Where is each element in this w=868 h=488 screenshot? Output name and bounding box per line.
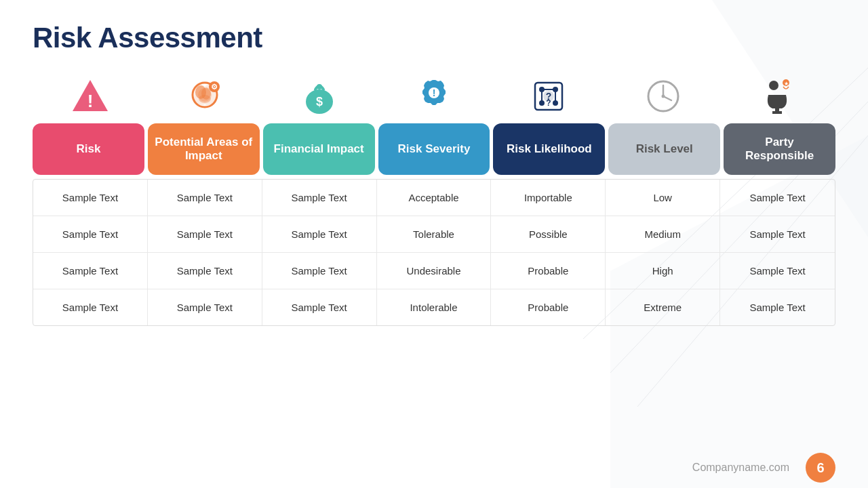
svg-text:⚙: ⚙	[211, 83, 218, 91]
warning-icon: !	[70, 76, 111, 117]
cell-financial-3: Sample Text	[262, 253, 377, 289]
header-party: Party Responsible	[724, 123, 835, 175]
cell-likelihood-1: Importable	[491, 180, 606, 216]
gear-exclaim-icon-cell: !	[376, 70, 491, 122]
brain-gear-icon-cell: ⚙ ⚙	[147, 70, 262, 122]
svg-text:★: ★	[784, 81, 789, 87]
money-bag-icon-cell: $	[262, 70, 376, 122]
cell-risk-3: Sample Text	[33, 253, 148, 289]
cell-likelihood-4: Probable	[491, 289, 606, 325]
page-number: 6	[806, 453, 835, 483]
cell-party-2: Sample Text	[720, 216, 835, 252]
cell-potential-2: Sample Text	[148, 216, 262, 252]
cell-likelihood-3: Probable	[491, 253, 606, 289]
warning-icon-cell: !	[33, 70, 147, 122]
data-grid: Sample Text Sample Text Sample Text Acce…	[33, 179, 835, 326]
svg-point-17	[317, 84, 322, 89]
gear-exclaim-icon: !	[414, 76, 454, 117]
svg-text:!: !	[87, 91, 93, 111]
cell-party-1: Sample Text	[720, 180, 835, 216]
table-row: Sample Text Sample Text Sample Text Into…	[33, 289, 835, 325]
cell-likelihood-2: Possible	[491, 216, 606, 252]
cell-party-4: Sample Text	[720, 289, 835, 325]
svg-point-36	[769, 81, 778, 90]
header-level: Risk Level	[608, 123, 720, 175]
company-name: Companyname.com	[692, 462, 789, 474]
svg-text:$: $	[316, 95, 323, 108]
icons-row: ! ⚙ ⚙ $	[33, 70, 835, 122]
header-financial: Financial Impact	[263, 123, 375, 175]
svg-text:!: !	[433, 87, 436, 98]
cell-party-3: Sample Text	[720, 253, 835, 289]
cell-potential-1: Sample Text	[148, 180, 262, 216]
table-row: Sample Text Sample Text Sample Text Unde…	[33, 253, 835, 289]
money-bag-icon: $	[299, 76, 340, 117]
cell-level-2: Medium	[606, 216, 720, 252]
headers-row: Risk Potential Areas of Impact Financial…	[33, 123, 835, 175]
cell-risk-2: Sample Text	[33, 216, 148, 252]
footer: Companyname.com 6	[0, 447, 868, 488]
header-severity: Risk Severity	[378, 123, 490, 175]
cell-severity-3: Undesirable	[377, 253, 492, 289]
svg-text:?: ?	[546, 91, 552, 102]
cell-financial-1: Sample Text	[262, 180, 377, 216]
cell-potential-3: Sample Text	[148, 253, 262, 289]
cell-financial-2: Sample Text	[262, 216, 377, 252]
header-likelihood: Risk Likelihood	[493, 123, 605, 175]
clock-icon	[643, 76, 684, 117]
header-potential: Potential Areas of Impact	[148, 123, 260, 175]
trophy-icon-cell: ★	[721, 70, 835, 122]
page-title: Risk Assessment	[33, 22, 835, 54]
table-row: Sample Text Sample Text Sample Text Acce…	[33, 180, 835, 216]
cell-severity-1: Acceptable	[377, 180, 492, 216]
cell-level-1: Low	[606, 180, 720, 216]
header-risk: Risk	[33, 123, 144, 175]
cell-severity-4: Intolerable	[377, 289, 492, 325]
brain-gear-icon: ⚙ ⚙	[184, 76, 225, 117]
cell-risk-1: Sample Text	[33, 180, 148, 216]
svg-point-35	[662, 95, 665, 98]
cell-level-4: Extreme	[606, 289, 720, 325]
cell-financial-4: Sample Text	[262, 289, 377, 325]
cell-potential-4: Sample Text	[148, 289, 262, 325]
circuit-question-icon-cell: ? ?	[492, 70, 606, 122]
table-row: Sample Text Sample Text Sample Text Tole…	[33, 216, 835, 253]
cell-severity-2: Tolerable	[377, 216, 492, 252]
circuit-question-icon: ? ?	[528, 76, 569, 117]
trophy-icon: ★	[757, 76, 798, 117]
cell-level-3: High	[606, 253, 720, 289]
clock-icon-cell	[606, 70, 721, 122]
cell-risk-4: Sample Text	[33, 289, 148, 325]
